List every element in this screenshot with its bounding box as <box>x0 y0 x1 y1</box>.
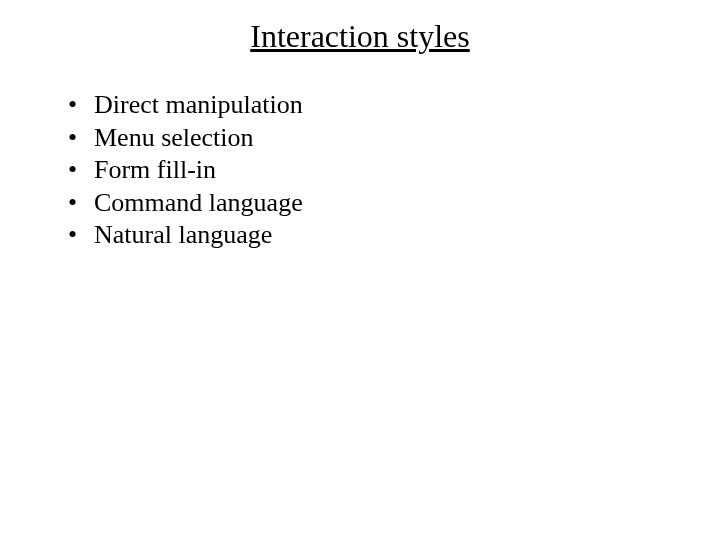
bullet-list: • Direct manipulation • Menu selection •… <box>40 89 680 252</box>
list-item: • Menu selection <box>68 122 680 155</box>
list-item: • Natural language <box>68 219 680 252</box>
bullet-icon: • <box>68 219 94 252</box>
bullet-icon: • <box>68 89 94 122</box>
list-item: • Command language <box>68 187 680 220</box>
bullet-text: Natural language <box>94 219 272 252</box>
bullet-text: Menu selection <box>94 122 254 155</box>
slide-title: Interaction styles <box>40 18 680 55</box>
bullet-text: Command language <box>94 187 303 220</box>
bullet-icon: • <box>68 154 94 187</box>
bullet-text: Direct manipulation <box>94 89 303 122</box>
bullet-icon: • <box>68 122 94 155</box>
list-item: • Form fill-in <box>68 154 680 187</box>
list-item: • Direct manipulation <box>68 89 680 122</box>
bullet-text: Form fill-in <box>94 154 216 187</box>
bullet-icon: • <box>68 187 94 220</box>
